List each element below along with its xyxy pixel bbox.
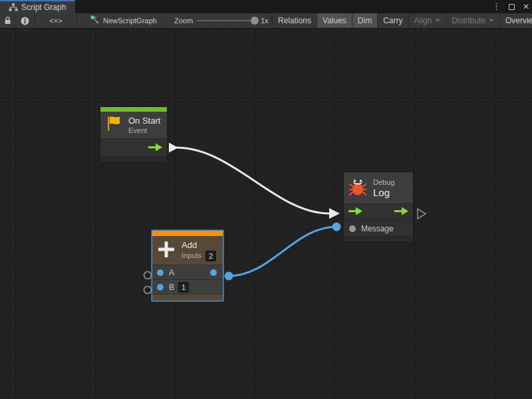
chevron-down-icon (435, 19, 440, 22)
port-b-input[interactable] (157, 284, 164, 291)
button-label: Relations (278, 16, 311, 25)
unconnected-flow-output-triangle[interactable] (418, 209, 426, 219)
unconnected-port-b-circle[interactable] (144, 287, 152, 294)
title-bar: Script Graph ⋮ ✕ (0, 0, 532, 13)
inputs-label: Inputs (182, 251, 201, 260)
graph-canvas[interactable]: On Start Event (0, 29, 532, 399)
port-b-row: B 1 (152, 279, 223, 294)
flow-wire-start-arrow (169, 143, 178, 153)
flag-icon (106, 115, 122, 135)
flow-output-port[interactable] (394, 206, 408, 218)
node-header: Debug Log (344, 172, 413, 203)
port-a-input[interactable] (157, 269, 164, 276)
window-controls: ⋮ ✕ (491, 0, 531, 13)
relations-button[interactable]: Relations (272, 13, 317, 28)
node-footer (344, 236, 413, 242)
graph-asset-icon (90, 15, 99, 27)
node-header: Add Inputs 2 (152, 236, 223, 265)
button-label: Overview (505, 16, 532, 25)
message-input-row: Message (344, 220, 413, 236)
value-wire[interactable] (229, 227, 336, 276)
plus-icon (158, 241, 175, 261)
port-a-row: A (152, 265, 223, 279)
zoom-label: Zoom (174, 13, 193, 28)
toolbar: <×> NewScriptGraph Zoom 1x Relations Val… (0, 13, 532, 29)
zoom-slider[interactable] (197, 20, 255, 21)
node-on-start[interactable]: On Start Event (100, 106, 168, 163)
tab-title: Script Graph (21, 3, 66, 12)
carry-button[interactable]: Carry (377, 13, 408, 28)
zoom-slider-handle[interactable] (251, 17, 259, 25)
align-dropdown[interactable]: Align (408, 13, 446, 28)
flow-output-port[interactable] (148, 142, 162, 154)
node-footer (152, 294, 223, 301)
script-graph-icon (9, 3, 18, 11)
button-label: Distribute (452, 16, 485, 25)
node-accent-strip (152, 231, 223, 236)
node-footer (100, 157, 167, 162)
graph-reference-button[interactable]: NewScriptGraph (90, 13, 157, 28)
code-view-button[interactable]: <×> (35, 13, 76, 28)
flow-wire-end-arrow (329, 208, 340, 219)
port-label: A (169, 268, 174, 277)
info-icon (21, 17, 29, 25)
lock-icon (4, 17, 11, 25)
port-label: B (169, 283, 174, 292)
button-label: Values (323, 16, 346, 25)
overview-button[interactable]: Overview (499, 13, 532, 28)
node-category: Debug (373, 178, 394, 187)
kebab-menu-icon[interactable]: ⋮ (491, 0, 502, 13)
inputs-count-field[interactable]: 2 (205, 251, 216, 261)
sum-output-port[interactable] (210, 269, 217, 276)
node-subtitle: Event (128, 126, 160, 135)
code-icon: <×> (49, 17, 62, 25)
node-title: Add (182, 240, 216, 251)
chevron-down-icon (489, 19, 494, 22)
node-add[interactable]: Add Inputs 2 A B 1 (152, 231, 223, 301)
port-b-value-field[interactable]: 1 (178, 282, 189, 293)
flow-wire[interactable] (177, 148, 329, 213)
info-button[interactable] (15, 13, 34, 28)
value-wire-start-dot (225, 272, 233, 281)
maximize-icon[interactable] (509, 4, 515, 10)
value-wire-end-dot (332, 223, 341, 231)
script-graph-window: Script Graph ⋮ ✕ (0, 0, 532, 399)
port-label: Message (361, 224, 394, 233)
close-icon[interactable]: ✕ (521, 0, 531, 13)
node-accent-strip (100, 107, 167, 112)
flow-row (344, 203, 413, 220)
view-buttons-group: Relations Values Dim Carry Align Distrib… (272, 13, 532, 28)
flow-input-port[interactable] (348, 206, 362, 218)
bug-icon (349, 178, 366, 199)
flow-output-row (100, 138, 167, 157)
toolbar-separator (76, 15, 77, 27)
lock-button[interactable] (0, 13, 15, 28)
button-label: Align (414, 16, 432, 25)
zoom-value: 1x (261, 13, 269, 28)
node-header: On Start Event (100, 112, 167, 138)
button-label: Carry (383, 16, 402, 25)
message-input-port[interactable] (349, 225, 356, 232)
node-title: On Start (128, 116, 160, 126)
tab-script-graph[interactable]: Script Graph (0, 0, 75, 13)
values-button[interactable]: Values (317, 13, 352, 28)
graph-name: NewScriptGraph (103, 17, 157, 25)
distribute-dropdown[interactable]: Distribute (446, 13, 499, 28)
unconnected-port-a-circle[interactable] (144, 272, 152, 279)
node-title: Log (373, 187, 394, 199)
node-debug-log[interactable]: Debug Log (343, 172, 414, 243)
dim-button[interactable]: Dim (352, 13, 377, 28)
button-label: Dim (358, 16, 372, 25)
toolbar-separator (271, 15, 271, 27)
wires-layer (0, 29, 532, 399)
